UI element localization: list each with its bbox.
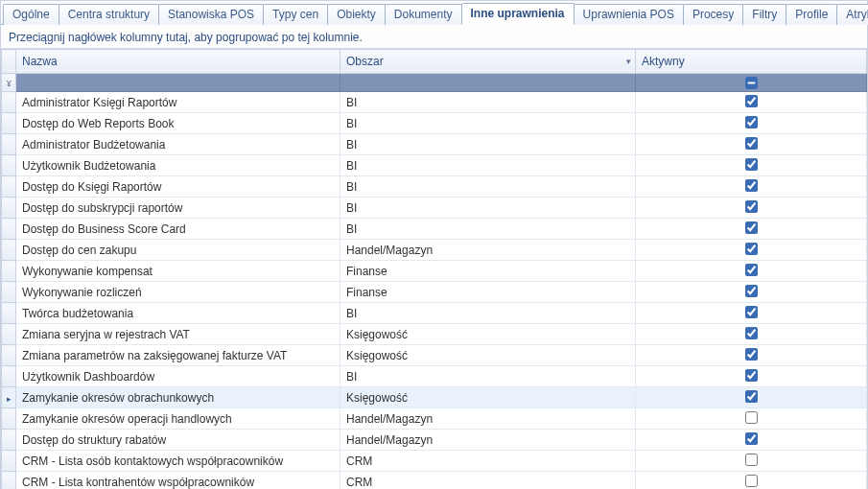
table-row[interactable]: Dostęp do cen zakupuHandel/Magazyn xyxy=(2,240,867,261)
active-checkbox[interactable] xyxy=(745,306,758,318)
filter-active-cell[interactable] xyxy=(636,74,867,92)
active-checkbox[interactable] xyxy=(745,454,758,466)
cell-active[interactable] xyxy=(636,219,867,240)
cell-name[interactable]: Zamykanie okresów operacji handlowych xyxy=(16,408,340,430)
cell-active[interactable] xyxy=(636,366,867,387)
cell-name[interactable]: Dostęp do Business Score Card xyxy=(16,219,340,240)
cell-name[interactable]: Twórca budżetowania xyxy=(16,303,340,324)
cell-name[interactable]: Zmiana seryjna w rejestrach VAT xyxy=(16,324,340,345)
active-checkbox[interactable] xyxy=(745,285,758,297)
active-checkbox[interactable] xyxy=(745,369,758,382)
table-row[interactable]: Administrator BudżetowaniaBI xyxy=(2,134,867,155)
cell-active[interactable] xyxy=(636,451,867,472)
active-checkbox[interactable] xyxy=(745,264,758,276)
cell-name[interactable]: Administrator Księgi Raportów xyxy=(16,92,340,113)
tab-dokumenty[interactable]: Dokumenty xyxy=(385,4,462,25)
cell-area[interactable]: Handel/Magazyn xyxy=(340,430,636,451)
cell-active[interactable] xyxy=(636,92,867,113)
table-row[interactable]: Dostęp do subskrypcji raportówBI xyxy=(2,198,867,219)
table-row[interactable]: ▸Zamykanie okresów obrachunkowychKsięgow… xyxy=(2,387,867,408)
cell-active[interactable] xyxy=(636,303,867,324)
tab-centra-struktury[interactable]: Centra struktury xyxy=(59,4,159,25)
table-row[interactable]: Zmiana seryjna w rejestrach VATKsięgowoś… xyxy=(2,324,867,345)
cell-active[interactable] xyxy=(636,240,867,261)
table-row[interactable]: Użytkownik DashboardówBI xyxy=(2,366,867,387)
active-checkbox[interactable] xyxy=(745,221,758,234)
cell-name[interactable]: Zmiana parametrów na zaksięgowanej faktu… xyxy=(16,345,340,366)
cell-active[interactable] xyxy=(636,345,867,366)
active-checkbox[interactable] xyxy=(745,432,758,445)
filter-area-cell[interactable] xyxy=(340,74,636,92)
active-checkbox[interactable] xyxy=(745,95,758,107)
table-row[interactable]: CRM - Lista kontrahentów współpracownikó… xyxy=(2,472,867,490)
active-checkbox[interactable] xyxy=(745,390,758,403)
cell-area[interactable]: BI xyxy=(340,219,636,240)
cell-name[interactable]: Dostęp do struktury rabatów xyxy=(16,430,340,451)
column-header-name[interactable]: Nazwa xyxy=(16,50,340,74)
cell-area[interactable]: CRM xyxy=(340,451,636,472)
cell-area[interactable]: BI xyxy=(340,113,636,134)
table-row[interactable]: Dostęp do struktury rabatówHandel/Magazy… xyxy=(2,430,867,451)
cell-active[interactable] xyxy=(636,113,867,134)
tab-profile[interactable]: Profile xyxy=(786,4,837,25)
active-checkbox[interactable] xyxy=(745,475,758,487)
cell-area[interactable]: BI xyxy=(340,303,636,324)
cell-active[interactable] xyxy=(636,387,867,408)
table-row[interactable]: Twórca budżetowaniaBI xyxy=(2,303,867,324)
table-row[interactable]: Dostęp do Księgi RaportówBI xyxy=(2,176,867,198)
filter-icon[interactable]: ▾ xyxy=(626,57,631,66)
cell-name[interactable]: Użytkownik Dashboardów xyxy=(16,366,340,387)
cell-active[interactable] xyxy=(636,176,867,198)
cell-area[interactable]: BI xyxy=(340,155,636,176)
table-row[interactable]: Zmiana parametrów na zaksięgowanej faktu… xyxy=(2,345,867,366)
active-checkbox[interactable] xyxy=(745,348,758,361)
tab-uprawnienia-pos[interactable]: Uprawnienia POS xyxy=(574,4,684,25)
table-row[interactable]: CRM - Lista osób kontaktowych współpraco… xyxy=(2,451,867,472)
table-row[interactable]: Dostęp do Web Reports BookBI xyxy=(2,113,867,134)
tab-atrybuty[interactable]: Atrybuty xyxy=(836,4,868,25)
cell-name[interactable]: Wykonywanie rozliczeń xyxy=(16,282,340,303)
table-row[interactable]: Administrator Księgi RaportówBI xyxy=(2,92,867,113)
cell-active[interactable] xyxy=(636,198,867,219)
cell-active[interactable] xyxy=(636,430,867,451)
tab-filtry[interactable]: Filtry xyxy=(742,4,786,25)
tab-obiekty[interactable]: Obiekty xyxy=(327,4,386,25)
cell-area[interactable]: Księgowość xyxy=(340,345,636,366)
cell-active[interactable] xyxy=(636,472,867,490)
active-checkbox[interactable] xyxy=(745,137,758,150)
cell-active[interactable] xyxy=(636,324,867,345)
filter-active-checkbox[interactable] xyxy=(745,77,758,89)
cell-area[interactable]: BI xyxy=(340,176,636,198)
cell-area[interactable]: Handel/Magazyn xyxy=(340,408,636,430)
cell-area[interactable]: Księgowość xyxy=(340,387,636,408)
tab-inne-uprawnienia[interactable]: Inne uprawnienia xyxy=(461,3,575,25)
table-row[interactable]: Wykonywanie rozliczeńFinanse xyxy=(2,282,867,303)
table-row[interactable]: Wykonywanie kompensatFinanse xyxy=(2,261,867,282)
cell-name[interactable]: CRM - Lista kontrahentów współpracownikó… xyxy=(16,472,340,490)
group-panel[interactable]: Przeciągnij nagłówek kolumny tutaj, aby … xyxy=(1,25,867,49)
cell-active[interactable] xyxy=(636,261,867,282)
column-header-active[interactable]: Aktywny xyxy=(636,50,867,74)
column-header-area[interactable]: Obszar ▾ xyxy=(340,50,636,74)
cell-name[interactable]: Zamykanie okresów obrachunkowych xyxy=(16,387,340,408)
cell-name[interactable]: CRM - Lista osób kontaktowych współpraco… xyxy=(16,451,340,472)
cell-area[interactable]: Handel/Magazyn xyxy=(340,240,636,261)
cell-area[interactable]: BI xyxy=(340,92,636,113)
filter-name-cell[interactable] xyxy=(16,74,340,92)
cell-area[interactable]: BI xyxy=(340,198,636,219)
cell-area[interactable]: CRM xyxy=(340,472,636,490)
cell-area[interactable]: BI xyxy=(340,366,636,387)
cell-name[interactable]: Dostęp do Web Reports Book xyxy=(16,113,340,134)
table-row[interactable]: Dostęp do Business Score CardBI xyxy=(2,219,867,240)
active-checkbox[interactable] xyxy=(745,179,758,192)
cell-area[interactable]: Finanse xyxy=(340,261,636,282)
cell-active[interactable] xyxy=(636,134,867,155)
cell-active[interactable] xyxy=(636,282,867,303)
cell-name[interactable]: Administrator Budżetowania xyxy=(16,134,340,155)
active-checkbox[interactable] xyxy=(745,116,758,128)
active-checkbox[interactable] xyxy=(745,411,758,424)
cell-name[interactable]: Dostęp do Księgi Raportów xyxy=(16,176,340,198)
cell-area[interactable]: Finanse xyxy=(340,282,636,303)
cell-name[interactable]: Wykonywanie kompensat xyxy=(16,261,340,282)
active-checkbox[interactable] xyxy=(745,158,758,171)
